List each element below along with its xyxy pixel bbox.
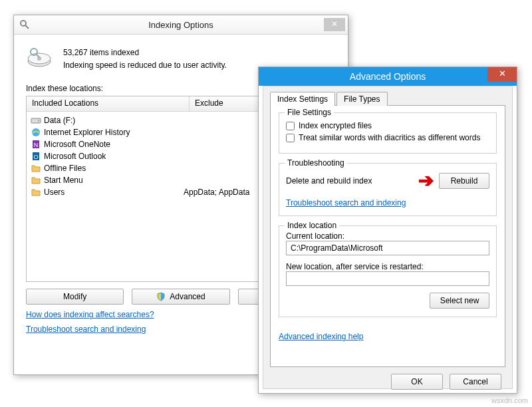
indexing-app-icon (19, 19, 30, 30)
outlook-icon: O (31, 151, 41, 162)
select-new-button[interactable]: Select new (430, 293, 489, 309)
troubleshoot-link[interactable]: Troubleshoot search and indexing (26, 325, 146, 334)
tab-file-types[interactable]: File Types (336, 92, 387, 106)
row-label: Microsoft OneNote (44, 140, 181, 149)
col-header-included[interactable]: Included Locations (27, 96, 190, 111)
watermark-text: wsxdn.com (491, 396, 528, 404)
rebuild-button[interactable]: Rebuild (439, 173, 489, 189)
svg-point-8 (38, 120, 39, 122)
indexing-close-button[interactable]: ✕ (324, 18, 345, 31)
folder-icon (31, 163, 41, 174)
row-label: Internet Explorer History (44, 128, 181, 137)
ok-button[interactable]: OK (391, 374, 443, 390)
indexing-titlebar[interactable]: Indexing Options ✕ (14, 15, 348, 35)
file-settings-legend: File Settings (285, 108, 334, 117)
folder-icon (31, 175, 41, 186)
svg-point-0 (21, 21, 26, 26)
advanced-frame: Index Settings File Types File Settings … (263, 86, 513, 389)
troubleshoot-search-link[interactable]: Troubleshoot search and indexing (286, 198, 406, 207)
tab-page-index-settings: File Settings Index encrypted files Trea… (270, 105, 505, 367)
troubleshooting-legend: Troubleshooting (285, 158, 347, 168)
treat-diacritics-input[interactable] (286, 134, 295, 142)
shield-icon (156, 292, 166, 301)
index-encrypted-input[interactable] (286, 122, 295, 130)
row-label: Data (F:) (44, 116, 181, 125)
new-location-field[interactable] (286, 271, 489, 286)
svg-text:O: O (33, 154, 38, 160)
delete-rebuild-label: Delete and rebuild index (286, 176, 372, 186)
treat-diacritics-checkbox[interactable]: Treat similar words with diacritics as d… (286, 133, 489, 142)
row-label: Microsoft Outlook (44, 152, 181, 161)
svg-line-1 (25, 25, 29, 29)
row-label: Users (44, 188, 181, 197)
advanced-titlebar[interactable]: Advanced Options ✕ (259, 67, 517, 86)
advanced-help-link[interactable]: Advanced indexing help (279, 332, 363, 341)
ie-icon (31, 127, 41, 138)
index-location-legend: Index location (285, 221, 339, 230)
drive-icon (31, 115, 41, 126)
modify-button[interactable]: Modify (26, 289, 124, 305)
tab-index-settings[interactable]: Index Settings (270, 92, 335, 106)
indexing-speed-text: Indexing speed is reduced due to user ac… (63, 59, 227, 72)
folder-icon (31, 187, 41, 198)
svg-text:N: N (34, 142, 39, 148)
advanced-close-button[interactable]: ✕ (487, 67, 517, 82)
advanced-button[interactable]: Advanced (132, 289, 229, 305)
advanced-title: Advanced Options (259, 71, 517, 82)
current-location-field[interactable] (286, 241, 489, 255)
row-label: Offline Files (44, 164, 181, 173)
cancel-button[interactable]: Cancel (450, 374, 501, 390)
new-location-label: New location, after service is restarted… (286, 262, 489, 271)
row-label: Start Menu (44, 176, 181, 185)
advanced-options-window: Advanced Options ✕ Index Settings File T… (258, 67, 517, 394)
indexing-title: Indexing Options (14, 20, 348, 30)
items-indexed-text: 53,267 items indexed (63, 47, 227, 59)
how-indexing-affect-link[interactable]: How does indexing affect searches? (26, 310, 154, 319)
onenote-icon: N (31, 139, 41, 150)
index-location-group: Index location Current location: New loc… (279, 225, 497, 317)
troubleshooting-group: Troubleshooting Delete and rebuild index… (279, 163, 497, 216)
index-encrypted-checkbox[interactable]: Index encrypted files (286, 121, 489, 130)
current-location-label: Current location: (286, 231, 489, 241)
drive-status-icon (26, 47, 53, 69)
file-settings-group: File Settings Index encrypted files Trea… (279, 112, 497, 154)
